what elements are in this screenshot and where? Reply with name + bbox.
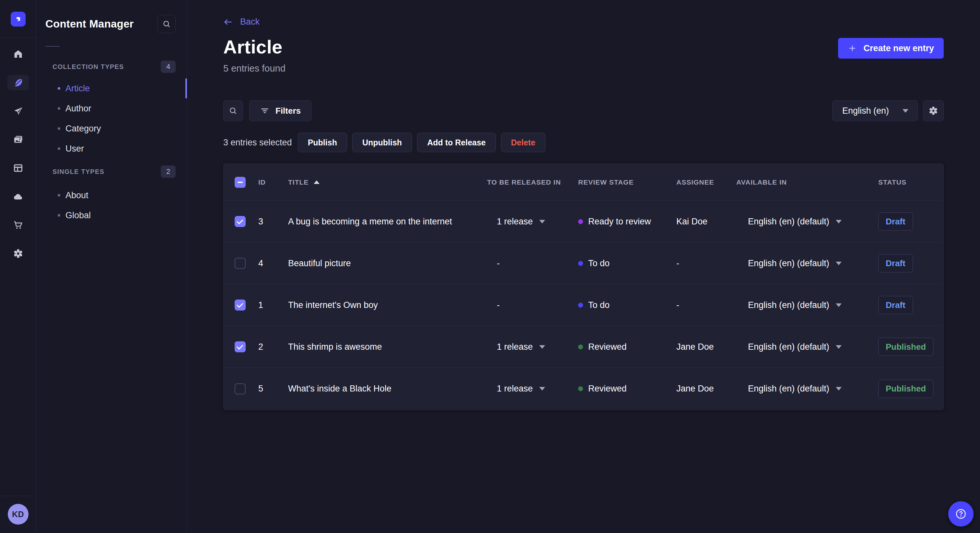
stage-dot [578, 344, 583, 349]
column-header-release: TO BE RELEASED IN [487, 178, 578, 186]
cell-assignee: - [676, 300, 736, 310]
help-button[interactable] [948, 501, 974, 527]
chevron-down-icon [539, 345, 545, 349]
cell-available-in[interactable]: English (en) (default) [736, 217, 878, 227]
sort-ascending-icon [314, 180, 320, 184]
locale-select[interactable]: English (en) [832, 100, 918, 121]
cell-review-stage: Ready to review [578, 217, 676, 227]
sidebar-search-button[interactable] [158, 15, 176, 33]
table-row[interactable]: 3 A bug is becoming a meme on the intern… [224, 201, 943, 243]
strapi-logo[interactable] [11, 12, 25, 27]
cell-available-in[interactable]: English (en) (default) [736, 384, 878, 394]
sidebar-item-label: Author [65, 104, 91, 114]
main-content: Back Article Create new entry 5 entries … [187, 0, 980, 533]
publish-button[interactable]: Publish [298, 133, 347, 152]
chevron-down-icon [836, 262, 842, 265]
cell-review-stage: To do [578, 300, 676, 310]
row-checkbox[interactable] [235, 300, 246, 311]
gear-icon [929, 106, 938, 116]
cell-id: 1 [258, 300, 288, 310]
cell-release[interactable]: - [487, 300, 578, 310]
table-row[interactable]: 1 The internet's Own boy - To do - Engli… [224, 284, 943, 326]
delete-button[interactable]: Delete [501, 133, 546, 152]
cell-available-in[interactable]: English (en) (default) [736, 259, 878, 268]
row-checkbox[interactable] [235, 258, 246, 269]
bullet-icon [58, 194, 60, 197]
column-header-status: STATUS [878, 178, 943, 186]
table-row[interactable]: 4 Beautiful picture - To do - English (e… [224, 243, 943, 284]
cart-icon[interactable] [8, 217, 29, 233]
brand-logo-section [0, 0, 36, 38]
home-icon[interactable] [8, 46, 29, 62]
feather-icon[interactable] [8, 75, 29, 90]
cell-title: The internet's Own boy [288, 300, 487, 310]
page-title: Article [223, 36, 283, 57]
cell-release[interactable]: 1 release [487, 342, 578, 352]
media-library-icon[interactable] [8, 132, 29, 148]
table-row[interactable]: 5 What's inside a Black Hole 1 release R… [224, 368, 943, 409]
stage-dot [578, 303, 583, 308]
row-checkbox[interactable] [235, 383, 246, 394]
sidebar-item-article[interactable]: Article [36, 78, 187, 98]
row-checkbox[interactable] [235, 216, 246, 227]
cell-release[interactable]: 1 release [487, 217, 578, 227]
cell-status: Draft [878, 296, 943, 314]
filters-button[interactable]: Filters [249, 100, 312, 121]
cell-id: 2 [258, 342, 288, 352]
selection-summary: 3 entries selected [223, 138, 292, 148]
cell-id: 5 [258, 384, 288, 394]
column-header-available-in: AVAILABLE IN [736, 178, 878, 186]
cell-review-stage: To do [578, 259, 676, 268]
sidebar-divider [45, 46, 60, 47]
cell-release[interactable]: - [487, 259, 578, 268]
table-header-row: ID TITLE TO BE RELEASED IN REVIEW STAGE … [224, 164, 943, 201]
cell-available-in[interactable]: English (en) (default) [736, 342, 878, 352]
bullet-icon [58, 127, 60, 130]
row-checkbox[interactable] [235, 341, 246, 352]
status-badge: Draft [878, 296, 913, 314]
sidebar-item-category[interactable]: Category [36, 119, 187, 139]
stage-dot [578, 219, 583, 224]
cell-assignee: Kai Doe [676, 217, 736, 227]
sidebar-item-author[interactable]: Author [36, 98, 187, 119]
unpublish-button[interactable]: Unpublish [352, 133, 412, 152]
back-link[interactable]: Back [223, 17, 259, 27]
bullet-icon [58, 148, 60, 150]
column-header-assignee: ASSIGNEE [676, 178, 736, 186]
cell-available-in[interactable]: English (en) (default) [736, 300, 878, 310]
locale-select-value: English (en) [842, 106, 889, 116]
cell-release[interactable]: 1 release [487, 384, 578, 394]
add-to-release-button[interactable]: Add to Release [417, 133, 496, 152]
status-badge: Published [878, 380, 933, 398]
cell-title: What's inside a Black Hole [288, 384, 487, 394]
cell-status: Published [878, 380, 943, 398]
create-new-entry-button[interactable]: Create new entry [838, 38, 944, 59]
entries-count-subtitle: 5 entries found [223, 63, 944, 74]
column-header-title[interactable]: TITLE [288, 178, 487, 186]
cloud-icon[interactable] [8, 189, 29, 204]
paper-plane-icon[interactable] [8, 103, 29, 119]
user-avatar[interactable]: KD [8, 504, 29, 525]
cell-id: 4 [258, 259, 288, 268]
cell-assignee: - [676, 259, 736, 268]
bullet-icon [58, 214, 60, 217]
select-all-checkbox[interactable] [235, 177, 246, 188]
table-search-button[interactable] [223, 100, 243, 121]
sidebar-item-label: Article [65, 84, 90, 94]
sidebar-title: Content Manager [45, 18, 134, 30]
cell-title: Beautiful picture [288, 259, 487, 268]
chevron-down-icon [539, 220, 545, 224]
cell-review-stage: Reviewed [578, 384, 676, 394]
sidebar-item-user[interactable]: User [36, 139, 187, 159]
content-manager-sidebar: Content Manager COLLECTION TYPES 4 Artic… [36, 0, 187, 533]
sidebar-item-about[interactable]: About [36, 185, 187, 205]
gear-icon[interactable] [8, 246, 29, 261]
bullet-icon [58, 87, 60, 90]
cell-status: Published [878, 338, 943, 356]
table-row[interactable]: 2 This shrimp is awesome 1 release Revie… [224, 326, 943, 368]
entries-table: ID TITLE TO BE RELEASED IN REVIEW STAGE … [223, 163, 944, 410]
view-settings-button[interactable] [923, 100, 944, 121]
layout-icon[interactable] [8, 160, 29, 176]
cell-assignee: Jane Doe [676, 342, 736, 352]
sidebar-item-global[interactable]: Global [36, 205, 187, 225]
